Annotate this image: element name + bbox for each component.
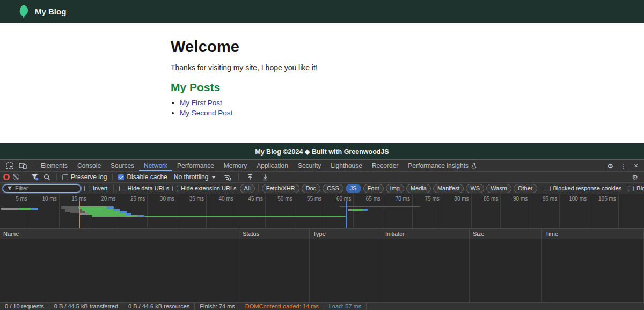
checkbox-box[interactable] [172, 186, 178, 191]
timeline-tick-label: 70 ms [383, 196, 410, 202]
tab-label: Memory [224, 162, 247, 169]
resource-type-pills: AllFetch/XHRDocCSSJSFontImgMediaManifest… [240, 184, 537, 193]
filter-pill-img[interactable]: Img [386, 184, 404, 193]
footer-text: My Blog ©2024 ◆ Built with GreenwoodJS [255, 147, 389, 156]
tab-label: Lighthouse [331, 162, 362, 169]
leaf-logo-icon [18, 4, 30, 18]
checkbox-box[interactable] [119, 186, 125, 191]
filter-pill-doc[interactable]: Doc [302, 184, 321, 193]
tab-label: Application [257, 162, 288, 169]
divider [112, 173, 113, 181]
device-toolbar-icon[interactable] [17, 160, 28, 171]
post-list-item: My First Post [180, 99, 644, 107]
filter-input[interactable] [15, 185, 69, 191]
waterfall-bar-gray [80, 213, 88, 215]
tab-performance-insights[interactable]: Performance insights [403, 160, 481, 171]
checkbox-label: Disable cache [127, 173, 167, 181]
preserve-log-checkbox[interactable]: Preserve log [62, 173, 107, 181]
column-header-size[interactable]: Size [470, 229, 542, 239]
close-devtools-icon[interactable]: × [630, 160, 642, 171]
hide-extension-urls-checkbox[interactable]: Hide extension URLs [172, 185, 236, 191]
tab-lighthouse[interactable]: Lighthouse [326, 160, 367, 171]
site-header: My Blog [0, 0, 644, 23]
tab-application[interactable]: Application [252, 160, 293, 171]
network-overview-timeline[interactable]: 5 ms10 ms15 ms20 ms25 ms30 ms35 ms40 ms4… [0, 194, 644, 229]
page-content: Welcome Thanks for visiting my site, I h… [0, 23, 644, 143]
checkbox-box[interactable] [545, 186, 551, 191]
filter-pill-js[interactable]: JS [346, 184, 361, 193]
post-link-my-first-post[interactable]: My First Post [180, 99, 222, 107]
throttling-value: No throttling [174, 173, 209, 181]
tab-network[interactable]: Network [139, 160, 172, 171]
waterfall-bar-green [19, 208, 31, 210]
filter-pill-wasm[interactable]: Wasm [486, 184, 511, 193]
timeline-tick-label: 15 ms [60, 196, 86, 202]
network-toolbar: Preserve log Disable cache No throttling [0, 172, 644, 183]
hide-data-urls-checkbox[interactable]: Hide data URLs [119, 185, 170, 191]
checkbox-box[interactable] [62, 174, 68, 180]
blocked-requests-checkbox[interactable]: Blocked requests [628, 185, 644, 191]
blog-page: My Blog Welcome Thanks for visiting my s… [0, 0, 644, 159]
filter-pill-media[interactable]: Media [406, 184, 431, 193]
timeline-tick-label: 10 ms [30, 196, 57, 202]
blocked-response-cookies-checkbox[interactable]: Blocked response cookies [545, 185, 622, 191]
tab-performance[interactable]: Performance [172, 160, 219, 171]
tab-memory[interactable]: Memory [219, 160, 252, 171]
disable-cache-checkbox[interactable]: Disable cache [118, 173, 167, 181]
column-header-time[interactable]: Time [542, 229, 644, 239]
checkbox-box[interactable] [84, 186, 90, 191]
settings-gear-icon[interactable]: ⚙ [604, 160, 616, 171]
network-conditions-icon[interactable] [221, 172, 233, 182]
posts-list: My First PostMy Second Post [180, 99, 644, 117]
checkbox-box[interactable] [118, 174, 124, 180]
filter-funnel-icon[interactable] [31, 172, 39, 182]
filter-input-pill[interactable] [3, 184, 81, 193]
checkbox-box[interactable] [628, 186, 634, 191]
filter-funnel-small-icon [7, 186, 12, 191]
filter-pill-all[interactable]: All [240, 184, 255, 193]
tab-elements[interactable]: Elements [36, 160, 72, 171]
filter-pill-font[interactable]: Font [363, 184, 384, 193]
filter-pill-other[interactable]: Other [514, 184, 537, 193]
tab-console[interactable]: Console [72, 160, 106, 171]
filter-pill-fetch-xhr[interactable]: Fetch/XHR [262, 184, 299, 193]
waterfall-bar-gray [1, 208, 19, 210]
import-har-icon[interactable] [244, 172, 256, 182]
record-network-log-icon[interactable] [3, 174, 10, 180]
checkbox-label: Hide extension URLs [181, 185, 236, 191]
filter-pill-css[interactable]: CSS [323, 184, 343, 193]
kebab-menu-icon[interactable]: ⋮ [617, 160, 629, 171]
filter-pill-manifest[interactable]: Manifest [433, 184, 464, 193]
status-load: Load: 57 ms [324, 303, 367, 310]
load-event-marker [346, 201, 347, 228]
tab-security[interactable]: Security [293, 160, 326, 171]
clear-network-log-icon[interactable] [13, 174, 19, 180]
tab-recorder[interactable]: Recorder [367, 160, 403, 171]
inspect-element-icon[interactable] [4, 160, 16, 171]
filter-pill-ws[interactable]: WS [466, 184, 484, 193]
waterfall-bar-dkgray [340, 206, 420, 207]
column-header-status[interactable]: Status [239, 229, 310, 239]
column-header-initiator[interactable]: Initiator [382, 229, 470, 239]
waterfall-bar-blue [31, 208, 38, 210]
requests-table-body[interactable] [0, 239, 644, 302]
column-body-time [542, 239, 644, 302]
search-icon[interactable] [42, 172, 51, 182]
checkbox-label: Preserve log [71, 173, 107, 181]
divider [258, 184, 259, 192]
network-settings-gear-icon[interactable]: ⚙ [629, 172, 641, 182]
column-header-type[interactable]: Type [310, 229, 382, 239]
devtools-panel: ElementsConsoleSourcesNetworkPerformance… [0, 159, 644, 310]
tab-sources[interactable]: Sources [106, 160, 139, 171]
status-summary-0: 0 / 10 requests [0, 303, 49, 310]
throttling-dropdown[interactable]: No throttling [174, 173, 216, 181]
tab-label: Network [144, 162, 167, 169]
column-header-name[interactable]: Name [0, 229, 239, 239]
intro-text: Thanks for visiting my site, I hope you … [171, 63, 644, 72]
export-har-icon[interactable] [259, 172, 271, 182]
dcl-event-marker [79, 201, 80, 228]
timeline-tick-label: 80 ms [442, 196, 469, 202]
invert-checkbox[interactable]: Invert [84, 185, 108, 191]
post-link-my-second-post[interactable]: My Second Post [180, 109, 232, 117]
timeline-tick-label: 35 ms [177, 196, 204, 202]
